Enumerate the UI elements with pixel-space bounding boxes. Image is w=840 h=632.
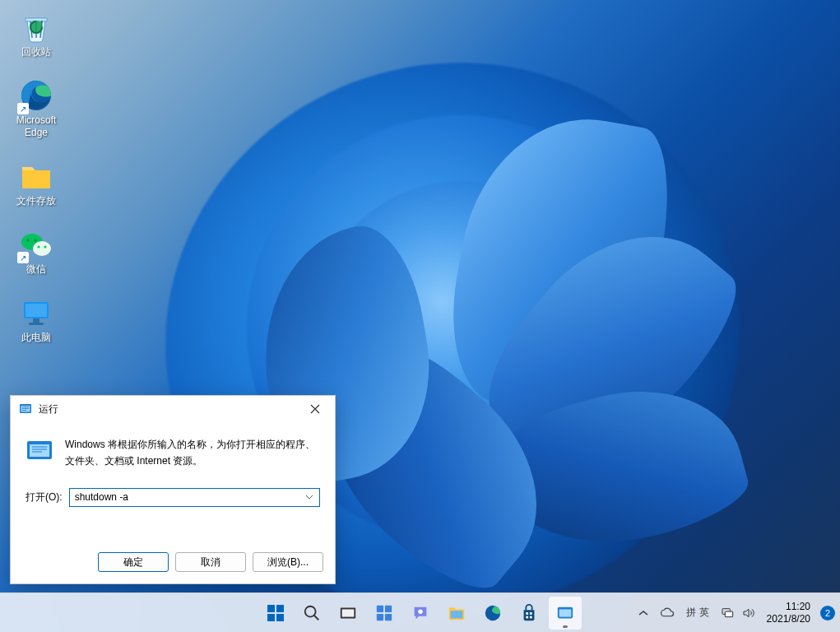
- recycle-bin-icon: [19, 10, 53, 44]
- chat-icon: [411, 604, 429, 622]
- svg-rect-26: [384, 613, 391, 620]
- icon-label: 回收站: [21, 46, 51, 58]
- svg-rect-24: [384, 605, 391, 611]
- icon-label: Microsoft Edge: [16, 114, 57, 139]
- desktop-icon-wechat[interactable]: ↗ 微信: [5, 225, 67, 277]
- windows-logo-icon: [266, 603, 285, 623]
- chat-button[interactable]: [404, 597, 437, 630]
- this-pc-icon: [19, 295, 53, 330]
- run-input-combo[interactable]: shutdown -a: [69, 488, 320, 507]
- run-dialog-icon: [26, 437, 53, 465]
- svg-rect-10: [33, 318, 39, 323]
- notification-badge[interactable]: 2: [820, 606, 835, 620]
- svg-rect-19: [276, 614, 284, 621]
- network-icon: [721, 606, 734, 620]
- shortcut-badge-icon: ↗: [17, 252, 29, 263]
- explorer-button[interactable]: [440, 597, 473, 630]
- run-titlebar[interactable]: 运行: [11, 396, 335, 422]
- search-icon: [303, 604, 321, 622]
- svg-rect-23: [376, 605, 383, 611]
- taskbar: 拼 英 11:20 2021/8/20 2: [0, 592, 840, 632]
- run-dialog: 运行 Windows 将根据你所输入的名称，为你打开相应的程序、文件夹、文档或 …: [10, 395, 336, 584]
- edge-icon: ↗: [19, 78, 53, 113]
- tray-overflow-button[interactable]: [633, 597, 653, 630]
- svg-rect-11: [29, 323, 44, 325]
- svg-rect-25: [376, 613, 383, 620]
- widgets-icon: [375, 604, 393, 622]
- icon-label: 微信: [26, 263, 46, 276]
- svg-rect-18: [267, 614, 275, 621]
- edge-icon: [484, 604, 502, 622]
- desktop-icon-folder[interactable]: 文件存放: [5, 157, 67, 209]
- store-button[interactable]: [513, 597, 545, 630]
- svg-rect-22: [341, 609, 354, 616]
- open-label: 打开(O):: [26, 490, 63, 504]
- browse-button[interactable]: 浏览(B)...: [253, 552, 323, 572]
- folder-icon: [448, 604, 466, 622]
- system-tray: 拼 英 11:20 2021/8/20 2: [633, 593, 835, 632]
- taskview-button[interactable]: [332, 597, 364, 630]
- chevron-up-icon: [638, 610, 648, 616]
- clock-date: 2021/8/20: [767, 613, 810, 625]
- network-volume-tray[interactable]: [716, 597, 760, 630]
- svg-rect-33: [529, 616, 531, 618]
- onedrive-tray-icon[interactable]: [655, 597, 680, 630]
- start-button[interactable]: [259, 597, 292, 630]
- svg-rect-35: [559, 609, 571, 616]
- run-input-value: shutdown -a: [75, 491, 303, 503]
- svg-rect-9: [26, 304, 47, 317]
- widgets-button[interactable]: [368, 597, 401, 630]
- ime-lang-label: 英: [699, 606, 709, 620]
- store-icon: [520, 604, 538, 622]
- search-button[interactable]: [295, 597, 328, 630]
- taskview-icon: [339, 604, 357, 622]
- volume-icon: [742, 606, 755, 620]
- desktop-icons: 回收站 ↗ Microsoft Edge 文件存放 ↗ 微信 此电脑: [5, 8, 67, 346]
- run-description: Windows 将根据你所输入的名称，为你打开相应的程序、文件夹、文档或 Int…: [65, 437, 320, 470]
- run-titlebar-icon: [19, 402, 32, 416]
- svg-rect-30: [526, 612, 528, 615]
- svg-rect-28: [450, 611, 462, 618]
- svg-point-20: [304, 606, 315, 616]
- ok-button[interactable]: 确定: [98, 552, 169, 572]
- folder-icon: [19, 159, 53, 193]
- svg-point-7: [44, 246, 47, 249]
- svg-point-3: [33, 241, 51, 256]
- run-icon: [556, 604, 574, 622]
- run-title-text: 运行: [39, 402, 292, 416]
- desktop-icon-recycle-bin[interactable]: 回收站: [5, 8, 67, 60]
- cloud-icon: [660, 606, 675, 620]
- svg-rect-16: [267, 605, 275, 612]
- wechat-icon: ↗: [19, 227, 53, 262]
- desktop-icon-edge[interactable]: ↗ Microsoft Edge: [5, 77, 67, 141]
- svg-rect-32: [526, 616, 528, 618]
- ime-pinyin-label: 拼: [686, 606, 696, 620]
- icon-label: 此电脑: [21, 332, 51, 344]
- svg-rect-37: [725, 611, 732, 617]
- dropdown-chevron-icon[interactable]: [303, 495, 316, 500]
- shortcut-badge-icon: ↗: [17, 103, 29, 114]
- svg-rect-31: [529, 612, 531, 615]
- svg-point-27: [418, 609, 423, 614]
- edge-taskbar-button[interactable]: [476, 597, 509, 630]
- cancel-button[interactable]: 取消: [175, 552, 246, 572]
- svg-rect-17: [276, 605, 284, 612]
- svg-point-5: [34, 239, 37, 242]
- desktop-icon-this-pc[interactable]: 此电脑: [5, 294, 67, 346]
- svg-point-6: [38, 246, 40, 249]
- close-button[interactable]: [299, 397, 332, 421]
- svg-point-4: [26, 239, 30, 242]
- icon-label: 文件存放: [16, 195, 56, 207]
- taskbar-clock[interactable]: 11:20 2021/8/20: [762, 601, 815, 625]
- svg-rect-15: [30, 444, 49, 457]
- run-taskbar-button[interactable]: [549, 597, 582, 630]
- ime-indicator[interactable]: 拼 英: [681, 597, 714, 630]
- clock-time: 11:20: [786, 601, 810, 613]
